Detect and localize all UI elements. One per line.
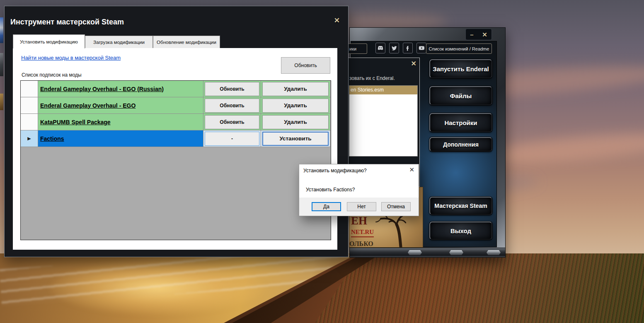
changelog-readme-button[interactable]: Список изменений / Readme — [426, 43, 492, 54]
rivet-ornament — [487, 250, 501, 255]
plugin-listbox[interactable]: en Stories.esm — [349, 85, 418, 157]
install-confirm-dialog: Установить модификацию? ✕ Установить Fac… — [299, 164, 419, 216]
no-button[interactable]: Нет — [347, 202, 376, 211]
enderal-launcher-window: – ✕ ики Список изменений / Readme Запуст… — [349, 27, 506, 258]
launcher-window-controls: – ✕ — [465, 29, 492, 40]
files-button[interactable]: Файлы — [429, 86, 492, 105]
launcher-bottom-frame — [350, 248, 505, 257]
addons-button[interactable]: Дополнения — [429, 137, 492, 152]
desktop-icon-sliver — [0, 94, 3, 110]
close-icon[interactable]: ✕ — [409, 166, 414, 174]
table-row[interactable]: Enderal Gameplay Overhaul - EGO Обновить… — [21, 97, 331, 114]
update-mod-button[interactable]: Обновить — [205, 115, 259, 129]
desktop-icon-sliver — [0, 17, 3, 43]
addons-hint-text: зовать их с Enderal. — [349, 75, 395, 81]
row-header-cell[interactable] — [21, 81, 38, 97]
tab-install-mod[interactable]: Установить модификацию — [13, 34, 85, 48]
workshop-tool-window: Инструмент мастерской Steam ✕ Установить… — [4, 6, 349, 257]
close-icon[interactable]: ✕ — [334, 16, 340, 25]
minimize-icon[interactable]: – — [470, 31, 473, 38]
banner-text: ОЛЬКО — [349, 240, 373, 248]
find-mods-link[interactable]: Найти новые моды в мастерской Steam — [21, 55, 121, 61]
mod-name-link[interactable]: Enderal Gameplay Overhaul - EGO (Russian… — [40, 86, 164, 92]
row-selector-icon: ▶ — [27, 136, 31, 141]
row-header-cell[interactable]: ▶ — [21, 130, 38, 147]
mod-name-link[interactable]: Factions — [40, 135, 64, 142]
discord-icon[interactable] — [375, 43, 385, 53]
twitter-icon[interactable] — [389, 43, 399, 53]
dialog-footer: Да Нет Отмена — [299, 198, 419, 216]
row-header-cell[interactable] — [21, 97, 38, 113]
yes-button[interactable]: Да — [312, 202, 341, 211]
wiki-button-partial[interactable]: ики — [348, 43, 367, 54]
tab-content-panel: Найти новые моды в мастерской Steam Обно… — [13, 48, 337, 250]
row-header-cell[interactable] — [21, 114, 38, 130]
mod-name-link[interactable]: KataPUMB Spell Package — [40, 119, 111, 125]
dialog-title: Установить модификацию? — [303, 168, 367, 174]
window-title: Инструмент мастерской Steam — [10, 18, 124, 27]
launch-enderal-button[interactable]: Запустить Enderal — [429, 59, 492, 78]
install-mod-button[interactable]: Установить — [262, 132, 329, 146]
facebook-icon[interactable] — [403, 43, 413, 53]
rivet-ornament — [408, 250, 422, 255]
cancel-button[interactable]: Отмена — [381, 202, 411, 211]
delete-mod-button[interactable]: Удалить — [262, 99, 329, 113]
banner-text: ЕН — [351, 215, 367, 227]
update-mod-button[interactable]: Обновить — [205, 99, 259, 113]
delete-mod-button[interactable]: Удалить — [262, 82, 329, 96]
tab-download-mod[interactable]: Загрузка модификации — [85, 36, 153, 48]
settings-button[interactable]: Настройки — [429, 113, 492, 132]
table-row[interactable]: KataPUMB Spell Package Обновить Удалить — [21, 114, 331, 130]
close-icon[interactable]: ✕ — [411, 60, 416, 67]
steam-workshop-button[interactable]: Мастерская Steam — [429, 197, 492, 215]
delete-mod-button[interactable]: Удалить — [262, 115, 329, 129]
subscriptions-list-label: Список подписок на моды — [22, 72, 82, 78]
table-row[interactable]: Enderal Gameplay Overhaul - EGO (Russian… — [21, 81, 331, 97]
dialog-message: Установить Factions? — [306, 187, 355, 193]
rivet-ornament — [449, 250, 463, 255]
desktop-icon-sliver — [0, 53, 3, 76]
close-icon[interactable]: ✕ — [482, 31, 487, 38]
youtube-icon[interactable] — [416, 43, 426, 53]
table-row-selected[interactable]: ▶ Factions - Установить — [21, 130, 331, 147]
update-mod-button[interactable]: Обновить — [205, 82, 259, 96]
refresh-button[interactable]: Обновить — [281, 57, 330, 74]
exit-button[interactable]: Выход — [429, 222, 492, 240]
update-unavailable-button[interactable]: - — [205, 132, 259, 146]
banner-text: NET.RU — [351, 229, 374, 237]
mod-name-link[interactable]: Enderal Gameplay Overhaul - EGO — [40, 102, 136, 109]
plugin-list-item[interactable]: en Stories.esm — [349, 86, 417, 94]
tab-update-mod[interactable]: Обновление модификации — [153, 36, 220, 48]
mod-subscriptions-table: Enderal Gameplay Overhaul - EGO (Russian… — [20, 80, 331, 240]
